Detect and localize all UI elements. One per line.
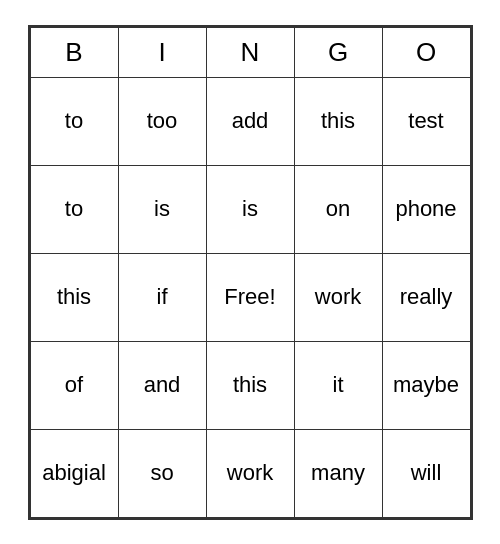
- header-row: B I N G O: [30, 27, 470, 77]
- cell-r1-c4: phone: [382, 165, 470, 253]
- cell-r4-c0: abigial: [30, 429, 118, 517]
- cell-r2-c3: work: [294, 253, 382, 341]
- col-i: I: [118, 27, 206, 77]
- cell-r0-c1: too: [118, 77, 206, 165]
- cell-r4-c4: will: [382, 429, 470, 517]
- cell-r3-c3: it: [294, 341, 382, 429]
- col-o: O: [382, 27, 470, 77]
- cell-r3-c2: this: [206, 341, 294, 429]
- cell-r3-c0: of: [30, 341, 118, 429]
- cell-r3-c1: and: [118, 341, 206, 429]
- bingo-card: B I N G O totooaddthistesttoisisonphonet…: [28, 25, 473, 520]
- table-row: thisifFree!workreally: [30, 253, 470, 341]
- table-row: ofandthisitmaybe: [30, 341, 470, 429]
- table-row: totooaddthistest: [30, 77, 470, 165]
- table-row: abigialsoworkmanywill: [30, 429, 470, 517]
- cell-r1-c1: is: [118, 165, 206, 253]
- cell-r2-c1: if: [118, 253, 206, 341]
- cell-r0-c3: this: [294, 77, 382, 165]
- cell-r1-c2: is: [206, 165, 294, 253]
- cell-r4-c2: work: [206, 429, 294, 517]
- col-g: G: [294, 27, 382, 77]
- cell-r0-c2: add: [206, 77, 294, 165]
- bingo-body: totooaddthistesttoisisonphonethisifFree!…: [30, 77, 470, 517]
- cell-r1-c0: to: [30, 165, 118, 253]
- cell-r2-c0: this: [30, 253, 118, 341]
- bingo-table: B I N G O totooaddthistesttoisisonphonet…: [30, 27, 471, 518]
- cell-r2-c2: Free!: [206, 253, 294, 341]
- table-row: toisisonphone: [30, 165, 470, 253]
- col-b: B: [30, 27, 118, 77]
- cell-r1-c3: on: [294, 165, 382, 253]
- cell-r4-c1: so: [118, 429, 206, 517]
- cell-r0-c0: to: [30, 77, 118, 165]
- cell-r0-c4: test: [382, 77, 470, 165]
- col-n: N: [206, 27, 294, 77]
- cell-r4-c3: many: [294, 429, 382, 517]
- cell-r2-c4: really: [382, 253, 470, 341]
- cell-r3-c4: maybe: [382, 341, 470, 429]
